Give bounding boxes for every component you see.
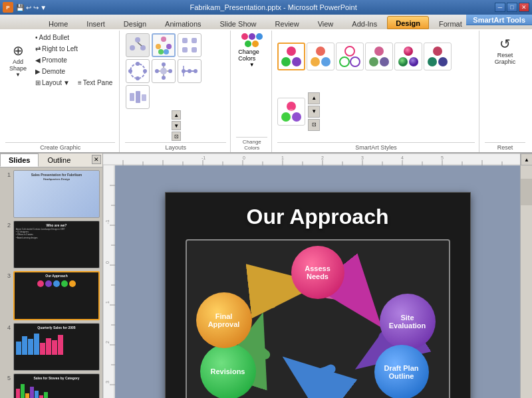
svg-point-12	[130, 64, 145, 78]
svg-point-34	[292, 57, 301, 66]
change-colors-content: Change Colors ▼	[236, 32, 267, 136]
slide-item-2[interactable]: 2 Who are we? Aaron Cole started Contoso…	[3, 221, 100, 268]
slide-thumb-3[interactable]: Our Approach	[13, 271, 100, 320]
tab-animations[interactable]: Animations	[156, 16, 209, 29]
layouts-scroll-up[interactable]: ▲	[172, 110, 181, 120]
slide-thumb-2[interactable]: Who are we? Aaron Cole started Contoso L…	[13, 221, 100, 268]
maximize-button[interactable]: □	[507, 3, 517, 12]
slide-thumb-1[interactable]: Sales Presentation for Fabrikam Headquar…	[13, 170, 100, 218]
promote-button[interactable]: ◀ Promote	[32, 54, 116, 65]
style-item-5[interactable]	[394, 43, 422, 70]
svg-text:3: 3	[105, 381, 110, 383]
vertical-scrollbar[interactable]: ▲ ▼	[520, 153, 532, 398]
smartart-styles-label: SmartArt Styles	[277, 142, 475, 151]
create-graphic-content: ⊕ Add Shape ▼ • Add Bullet ⇄ Right to Le…	[5, 32, 115, 141]
svg-text:3: 3	[361, 155, 364, 160]
svg-point-2	[130, 45, 135, 50]
svg-point-35	[316, 47, 325, 56]
layout-button[interactable]: ⊞ Layout ▼	[32, 77, 73, 88]
scroll-up-button[interactable]: ▲	[521, 153, 532, 165]
svg-point-51	[281, 112, 291, 122]
create-graphic-group: ⊕ Add Shape ▼ • Add Bullet ⇄ Right to Le…	[3, 31, 120, 152]
layout-icon-1[interactable]	[126, 33, 150, 57]
create-graphic-label: Create Graphic	[5, 142, 115, 151]
layout-icon-3[interactable]	[178, 33, 201, 57]
svg-rect-31	[142, 94, 146, 101]
style-item-1[interactable]	[277, 43, 305, 70]
outline-tab[interactable]: Outline	[39, 153, 79, 167]
svg-point-4	[166, 44, 172, 49]
reset-graphic-button[interactable]: ↺ Reset Graphic	[485, 32, 525, 69]
node-final-approval[interactable]: FinalApproval	[196, 292, 252, 348]
layout-icon-6[interactable]	[178, 59, 201, 83]
layout-icon-4[interactable]	[126, 59, 150, 83]
slide-item-5[interactable]: 5 Sales for Stoves by Category	[3, 373, 100, 398]
style-item-3[interactable]	[336, 43, 364, 70]
add-bullet-button[interactable]: • Add Bullet	[32, 32, 116, 43]
slide-item-3[interactable]: 3 Our Approach	[3, 271, 100, 320]
tab-addins[interactable]: Add-Ins	[343, 16, 386, 29]
slide-thumb-5[interactable]: Sales for Stoves by Category	[13, 373, 100, 398]
style-item-2[interactable]	[307, 43, 334, 70]
layouts-content: ▲ ▼ ⊡	[125, 32, 226, 141]
tab-format[interactable]: Format	[430, 16, 471, 29]
layout-icon-7[interactable]	[126, 85, 150, 109]
styles-scroll-down[interactable]: ▼	[308, 106, 320, 118]
slide-number-4: 4	[3, 324, 11, 331]
svg-text:1: 1	[105, 301, 110, 304]
tab-design-pres[interactable]: Design	[115, 16, 155, 29]
tab-slideshow[interactable]: Slide Show	[211, 16, 265, 29]
layout-icon-5[interactable]	[152, 59, 176, 83]
svg-text:-1: -1	[201, 155, 205, 160]
node-revisions[interactable]: Revisions	[200, 344, 256, 399]
style-item-6[interactable]	[424, 43, 452, 70]
add-shape-button[interactable]: ⊕ Add Shape ▼	[5, 44, 31, 76]
svg-rect-54	[103, 153, 520, 165]
svg-point-20	[162, 76, 166, 80]
svg-text:5: 5	[441, 155, 444, 160]
text-pane-button[interactable]: ≡ Text Pane	[74, 77, 116, 88]
layout-icon-2[interactable]	[152, 33, 176, 57]
main-area: Slides Outline ✕ 1 Sales Presentation fo…	[0, 153, 532, 398]
change-colors-button[interactable]: Change Colors ▼	[236, 32, 267, 69]
smartart-styles-group: ▲ ▼ ⊡ SmartArt Styles	[275, 31, 479, 152]
right-to-left-button[interactable]: ⇄ Right to Left	[32, 43, 116, 54]
slides-list[interactable]: 1 Sales Presentation for Fabrikam Headqu…	[0, 167, 102, 398]
window-controls[interactable]: ─ □ ✕	[495, 3, 529, 12]
tab-design-smartart[interactable]: Design	[387, 16, 429, 29]
slide-item-1[interactable]: 1 Sales Presentation for Fabrikam Headqu…	[3, 170, 100, 218]
style-item-7[interactable]	[277, 98, 305, 126]
app-icon: P	[3, 2, 13, 13]
svg-point-0	[135, 37, 140, 43]
svg-text:2: 2	[105, 341, 110, 344]
style-item-4[interactable]	[365, 43, 393, 70]
tab-review[interactable]: Review	[267, 16, 308, 29]
slide-canvas[interactable]: Our Approach	[165, 192, 471, 399]
svg-point-52	[292, 112, 301, 122]
node-site-evaluation[interactable]: SiteEvaluation	[380, 294, 436, 349]
canvas-area[interactable]: -1 0 1 2 3 4 5	[103, 153, 532, 398]
panel-close-button[interactable]: ✕	[92, 155, 101, 164]
scroll-thumb-v[interactable]	[521, 179, 532, 205]
svg-rect-30	[136, 91, 140, 103]
svg-rect-29	[130, 93, 134, 101]
svg-point-47	[433, 47, 442, 56]
minimize-button[interactable]: ─	[495, 3, 505, 12]
demote-button[interactable]: ▶ Demote	[32, 66, 116, 76]
layouts-expand[interactable]: ⊡	[172, 132, 181, 141]
slide-item-4[interactable]: 4 Quarterly Sales for 2005	[3, 323, 100, 371]
slides-tab[interactable]: Slides	[0, 153, 39, 167]
smartart-container[interactable]: AssessNeeds SiteEvaluation Draft PlanOut…	[186, 239, 450, 399]
tab-home[interactable]: Home	[40, 16, 76, 29]
layouts-scroll-down[interactable]: ▼	[172, 121, 181, 130]
close-button[interactable]: ✕	[519, 3, 529, 12]
styles-expand[interactable]: ⊡	[308, 119, 320, 131]
svg-point-13	[136, 62, 140, 66]
styles-scroll-up[interactable]: ▲	[308, 92, 320, 104]
slide-thumb-4[interactable]: Quarterly Sales for 2005	[13, 323, 100, 371]
node-assess-needs[interactable]: AssessNeeds	[291, 246, 344, 299]
node-draft-plan[interactable]: Draft PlanOutline	[374, 345, 429, 399]
tab-view[interactable]: View	[309, 16, 342, 29]
panel-tabs: Slides Outline ✕	[0, 153, 102, 167]
tab-insert[interactable]: Insert	[78, 16, 114, 29]
